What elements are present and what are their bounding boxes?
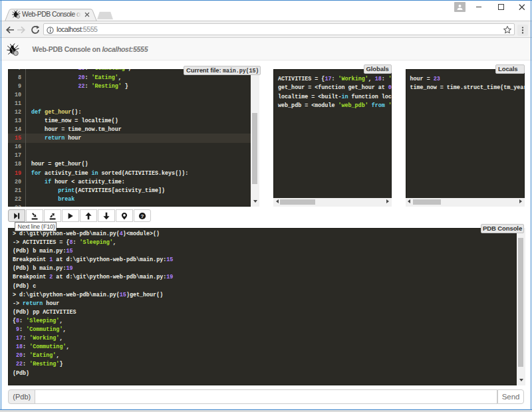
svg-text:?: ? [140,213,144,219]
